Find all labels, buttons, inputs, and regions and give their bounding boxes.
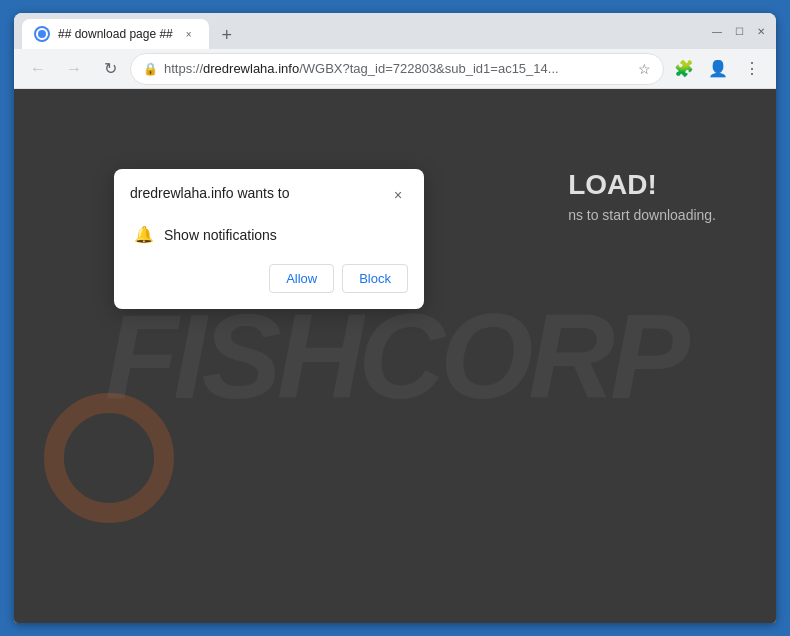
extensions-button[interactable]: 🧩 — [668, 53, 700, 85]
maximize-button[interactable]: ☐ — [732, 24, 746, 38]
dialog-close-button[interactable]: × — [388, 185, 408, 205]
bookmark-star-icon[interactable]: ☆ — [638, 61, 651, 77]
url-path: /WGBX?tag_id=722803&sub_id1=ac15_14... — [299, 61, 558, 76]
option-label: Show notifications — [164, 227, 277, 243]
url-scheme: https:// — [164, 61, 203, 76]
new-tab-button[interactable]: + — [213, 21, 241, 49]
allow-button[interactable]: Allow — [269, 264, 334, 293]
back-button[interactable]: ← — [22, 53, 54, 85]
dialog-option: 🔔 Show notifications — [130, 217, 408, 252]
active-tab[interactable]: ## download page ## × — [22, 19, 209, 49]
block-button[interactable]: Block — [342, 264, 408, 293]
bell-icon: 🔔 — [134, 225, 154, 244]
permission-dialog: dredrewlaha.info wants to × 🔔 Show notif… — [114, 169, 424, 309]
dialog-actions: Allow Block — [130, 264, 408, 293]
reload-button[interactable]: ↻ — [94, 53, 126, 85]
navigation-bar: ← → ↻ 🔒 https://dredrewlaha.info/WGBX?ta… — [14, 49, 776, 89]
forward-button[interactable]: → — [58, 53, 90, 85]
menu-button[interactable]: ⋮ — [736, 53, 768, 85]
dialog-title: dredrewlaha.info wants to — [130, 185, 290, 201]
dialog-header: dredrewlaha.info wants to × — [130, 185, 408, 205]
tab-title: ## download page ## — [58, 27, 173, 41]
minimize-button[interactable]: — — [710, 24, 724, 38]
browser-content: FISHCORP LOAD! ns to start downloading. … — [14, 89, 776, 623]
decorative-circle — [44, 393, 174, 523]
page-text: LOAD! ns to start downloading. — [568, 169, 716, 223]
title-bar: ## download page ## × + — ☐ ✕ — [14, 13, 776, 49]
url-display: https://dredrewlaha.info/WGBX?tag_id=722… — [164, 61, 632, 76]
address-bar[interactable]: 🔒 https://dredrewlaha.info/WGBX?tag_id=7… — [130, 53, 664, 85]
close-button[interactable]: ✕ — [754, 24, 768, 38]
nav-extras: 🧩 👤 ⋮ — [668, 53, 768, 85]
page-heading: LOAD! — [568, 169, 716, 201]
page-subtext: ns to start downloading. — [568, 207, 716, 223]
tab-close-button[interactable]: × — [181, 26, 197, 42]
lock-icon: 🔒 — [143, 62, 158, 76]
tab-area: ## download page ## × + — [22, 13, 702, 49]
profile-button[interactable]: 👤 — [702, 53, 734, 85]
url-domain: dredrewlaha.info — [203, 61, 299, 76]
window-controls: — ☐ ✕ — [710, 24, 768, 38]
tab-favicon — [34, 26, 50, 42]
browser-window: ## download page ## × + — ☐ ✕ ← → ↻ 🔒 ht… — [14, 13, 776, 623]
